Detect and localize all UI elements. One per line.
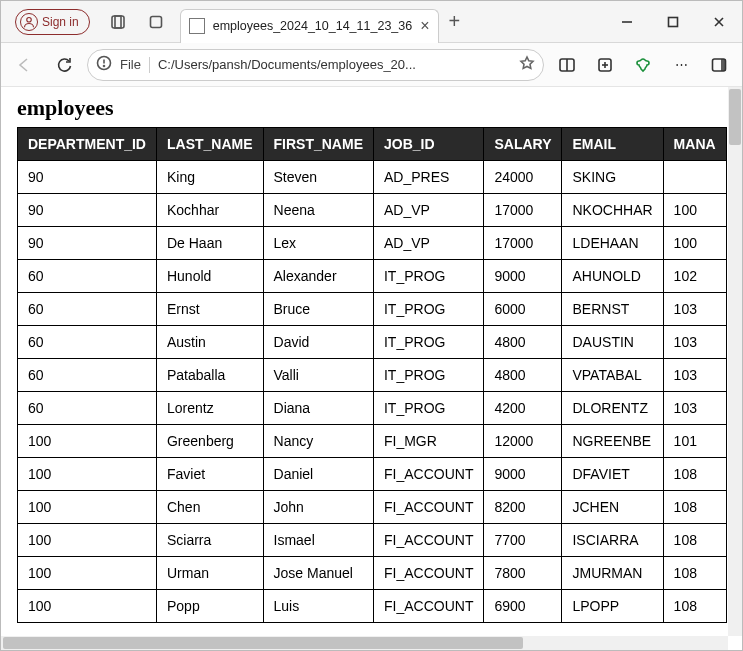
table-cell: AHUNOLD — [562, 260, 663, 293]
back-button[interactable] — [7, 48, 41, 82]
workspaces-icon[interactable] — [104, 8, 132, 36]
table-cell: 4800 — [484, 326, 562, 359]
minimize-button[interactable] — [604, 1, 650, 43]
table-cell: John — [263, 491, 373, 524]
extensions-button[interactable] — [626, 48, 660, 82]
split-screen-button[interactable] — [550, 48, 584, 82]
more-button[interactable]: ⋯ — [664, 48, 698, 82]
table-cell: 60 — [18, 260, 157, 293]
table-cell: DFAVIET — [562, 458, 663, 491]
table-cell: 9000 — [484, 260, 562, 293]
table-row: 60ErnstBruceIT_PROG6000BERNST103 — [18, 293, 727, 326]
table-cell: Kochhar — [156, 194, 263, 227]
table-cell: De Haan — [156, 227, 263, 260]
table-row: 100GreenbergNancyFI_MGR12000NGREENBE101 — [18, 425, 727, 458]
collections-button[interactable] — [588, 48, 622, 82]
table-cell: Neena — [263, 194, 373, 227]
table-cell: Greenberg — [156, 425, 263, 458]
horizontal-scroll-thumb[interactable] — [3, 637, 523, 649]
table-cell: 12000 — [484, 425, 562, 458]
tab-close-button[interactable]: × — [420, 18, 429, 34]
address-bar[interactable]: File C:/Users/pansh/Documents/employees_… — [87, 49, 544, 81]
signin-button[interactable]: Sign in — [15, 9, 90, 35]
table-cell: Nancy — [263, 425, 373, 458]
favorite-button[interactable] — [519, 55, 535, 74]
maximize-button[interactable] — [650, 1, 696, 43]
table-cell: 90 — [18, 161, 157, 194]
avatar-icon — [20, 13, 38, 31]
table-cell: DAUSTIN — [562, 326, 663, 359]
vertical-scrollbar[interactable] — [728, 87, 742, 636]
table-cell: 60 — [18, 326, 157, 359]
table-cell: IT_PROG — [373, 260, 483, 293]
new-tab-button[interactable]: + — [449, 10, 461, 33]
table-row: 90De HaanLexAD_VP17000LDEHAAN100 — [18, 227, 727, 260]
table-cell: Alexander — [263, 260, 373, 293]
table-cell: 6900 — [484, 590, 562, 623]
table-cell: 108 — [663, 458, 726, 491]
data-table: DEPARTMENT_IDLAST_NAMEFIRST_NAMEJOB_IDSA… — [17, 127, 727, 623]
tab-title: employees_2024_10_14_11_23_36 — [213, 19, 413, 33]
column-header: FIRST_NAME — [263, 128, 373, 161]
table-row: 100SciarraIsmaelFI_ACCOUNT7700ISCIARRA10… — [18, 524, 727, 557]
table-cell: FI_ACCOUNT — [373, 458, 483, 491]
table-cell: IT_PROG — [373, 392, 483, 425]
separator — [149, 57, 150, 73]
table-cell: David — [263, 326, 373, 359]
table-cell: NKOCHHAR — [562, 194, 663, 227]
horizontal-scrollbar[interactable] — [1, 636, 728, 650]
table-cell: Daniel — [263, 458, 373, 491]
table-cell: 90 — [18, 194, 157, 227]
table-cell: 108 — [663, 590, 726, 623]
table-cell: 24000 — [484, 161, 562, 194]
table-cell: 7800 — [484, 557, 562, 590]
sidebar-toggle-button[interactable] — [702, 48, 736, 82]
table-row: 60LorentzDianaIT_PROG4200DLORENTZ103 — [18, 392, 727, 425]
table-cell: Diana — [263, 392, 373, 425]
table-cell: LPOPP — [562, 590, 663, 623]
page-title: employees — [17, 95, 722, 121]
table-cell: FI_ACCOUNT — [373, 491, 483, 524]
table-cell: 100 — [663, 227, 726, 260]
table-cell: Ismael — [263, 524, 373, 557]
tab-actions-icon[interactable] — [142, 8, 170, 36]
table-cell: Bruce — [263, 293, 373, 326]
table-cell: AD_PRES — [373, 161, 483, 194]
svg-rect-3 — [150, 16, 161, 27]
table-cell: Pataballa — [156, 359, 263, 392]
table-cell: ISCIARRA — [562, 524, 663, 557]
table-cell: 100 — [18, 590, 157, 623]
table-cell: 90 — [18, 227, 157, 260]
url-text: C:/Users/pansh/Documents/employees_20... — [158, 57, 511, 72]
table-cell: AD_VP — [373, 194, 483, 227]
titlebar: Sign in employees_2024_10_14_11_23_36 × … — [1, 1, 742, 43]
table-cell: 108 — [663, 491, 726, 524]
table-row: 100FavietDanielFI_ACCOUNT9000DFAVIET108 — [18, 458, 727, 491]
toolbar: File C:/Users/pansh/Documents/employees_… — [1, 43, 742, 87]
close-button[interactable] — [696, 1, 742, 43]
table-cell: 103 — [663, 359, 726, 392]
table-cell: Ernst — [156, 293, 263, 326]
refresh-button[interactable] — [47, 48, 81, 82]
table-cell: FI_ACCOUNT — [373, 524, 483, 557]
table-cell: Chen — [156, 491, 263, 524]
table-cell: 6000 — [484, 293, 562, 326]
table-cell: AD_VP — [373, 227, 483, 260]
table-cell: 103 — [663, 293, 726, 326]
table-cell: BERNST — [562, 293, 663, 326]
table-cell: IT_PROG — [373, 293, 483, 326]
site-info-icon[interactable] — [96, 55, 112, 74]
table-cell: 101 — [663, 425, 726, 458]
table-cell: 60 — [18, 293, 157, 326]
vertical-scroll-thumb[interactable] — [729, 89, 741, 145]
svg-point-10 — [104, 66, 105, 67]
column-header: SALARY — [484, 128, 562, 161]
table-cell: 17000 — [484, 227, 562, 260]
svg-rect-17 — [721, 59, 726, 71]
browser-tab[interactable]: employees_2024_10_14_11_23_36 × — [180, 9, 439, 43]
window-controls — [604, 1, 742, 43]
table-cell: 8200 — [484, 491, 562, 524]
viewport: employees DEPARTMENT_IDLAST_NAMEFIRST_NA… — [1, 87, 742, 650]
table-cell: Valli — [263, 359, 373, 392]
signin-label: Sign in — [42, 15, 79, 29]
